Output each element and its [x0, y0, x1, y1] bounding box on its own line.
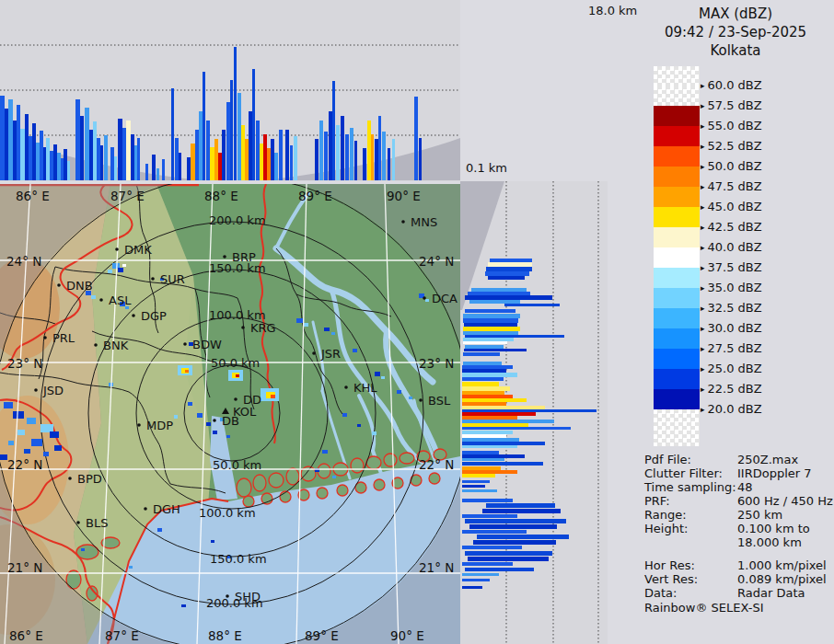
legend-title-block: MAX (dBZ) 09:42 / 23-Sep-2025 Kolkata: [622, 5, 834, 60]
echo-cell: [353, 349, 357, 352]
scale-tick-arrow-icon: ▸: [701, 202, 705, 212]
scale-tick-arrow-icon: ▸: [701, 101, 705, 110]
metadata-label: Pdf File:: [644, 453, 737, 466]
echo-column: [263, 134, 267, 180]
color-scale-label: ▸60.0 dBZ: [701, 78, 762, 92]
radar-station-name: Kolkata: [622, 41, 834, 60]
color-scale-band: [654, 328, 700, 349]
graticule-label: 88° E: [208, 628, 242, 643]
graticule-label: 86° E: [9, 628, 43, 643]
station-dot-icon: [241, 326, 245, 329]
echo-row: [463, 314, 520, 318]
scale-tick-arrow-icon: ▸: [701, 121, 705, 131]
echo-cell: [206, 422, 211, 426]
scale-value: 30.0 dBZ: [708, 321, 762, 335]
echo-row: [468, 557, 549, 561]
color-scale-label: ▸50.0 dBZ: [701, 159, 762, 173]
scale-tick-arrow-icon: ▸: [701, 162, 705, 171]
station-dot-icon: [401, 220, 405, 224]
scale-value: 50.0 dBZ: [708, 159, 762, 173]
color-scale-label: ▸32.5 dBZ: [701, 301, 762, 315]
scale-value: 22.5 dBZ: [708, 382, 762, 396]
echo-cell: [185, 370, 189, 373]
graticule-label: 89° E: [305, 628, 339, 643]
graticule-label: 90° E: [387, 189, 421, 203]
color-scale-band: [654, 268, 700, 288]
graticule-label: 88° E: [204, 189, 238, 203]
echo-row: [465, 335, 564, 338]
scale-value: 27.5 dBZ: [708, 341, 762, 355]
echo-column: [97, 138, 100, 180]
echo-row: [462, 365, 513, 369]
echo-row: [469, 300, 520, 304]
color-scale-band: [654, 227, 700, 247]
color-scale-band: [654, 66, 700, 86]
echo-row: [469, 524, 557, 529]
echo-column: [319, 121, 323, 180]
metadata-label: Range:: [644, 508, 737, 522]
echo-column: [290, 145, 293, 180]
echo-cell: [41, 424, 53, 432]
station-dot-icon: [223, 255, 226, 259]
metadata-value: 250Z.max: [737, 453, 798, 466]
echo-cell: [425, 299, 429, 302]
color-scale-band: [654, 167, 700, 187]
echo-column: [17, 105, 20, 180]
scale-tick-arrow-icon: ▸: [701, 385, 705, 394]
echo-column: [191, 144, 195, 180]
echo-column: [226, 102, 230, 180]
color-scale-band: [654, 389, 700, 409]
echo-cell: [304, 323, 308, 327]
echo-column: [324, 132, 328, 180]
product-title: MAX (dBZ): [622, 5, 834, 23]
echo-column: [131, 134, 134, 180]
echo-cell: [409, 397, 412, 399]
product-metadata: Pdf File:250Z.maxClutter Filter:IIRDoppl…: [644, 453, 834, 615]
echo-row: [462, 466, 501, 470]
echo-row: [462, 369, 506, 373]
color-scale-band: [654, 86, 700, 106]
station-dot-icon: [76, 521, 80, 524]
echo-row: [463, 341, 507, 344]
echo-column: [271, 139, 274, 180]
metadata-value: IIRDoppler 7: [737, 466, 812, 480]
ring-distance-label: 50.0 km: [211, 356, 260, 370]
top-height-profile-panel: [0, 0, 460, 181]
echo-row: [462, 499, 513, 502]
echo-column: [156, 168, 159, 180]
echo-column: [222, 130, 226, 180]
echo-column: [241, 125, 245, 180]
graticule-label: 21° N: [419, 560, 454, 575]
echo-cell: [188, 402, 192, 406]
echo-column: [53, 144, 57, 180]
graticule-label: 89° E: [298, 189, 332, 203]
scale-tick-arrow-icon: ▸: [701, 243, 705, 252]
echo-cell: [372, 431, 376, 435]
echo-cell: [296, 318, 303, 323]
station-dot-icon: [423, 296, 426, 300]
color-scale-band: [654, 126, 700, 146]
echo-column: [104, 135, 108, 180]
echo-column: [171, 88, 174, 180]
echo-column: [20, 129, 25, 180]
scale-value: 52.5 dBZ: [708, 139, 762, 153]
echo-column: [122, 128, 126, 180]
station-label: BRP: [232, 250, 256, 264]
echo-column: [162, 159, 165, 180]
echo-column: [85, 108, 89, 180]
metadata-value: 1.000 km/pixel: [737, 558, 827, 572]
echo-column: [29, 136, 32, 180]
echo-cell: [50, 431, 59, 438]
scale-value: 25.0 dBZ: [708, 362, 762, 375]
echo-column: [175, 138, 179, 180]
height-axis-min-label: 0.1 km: [466, 161, 507, 175]
echo-row: [462, 402, 506, 406]
color-scale-band: [654, 247, 700, 268]
scale-value: 47.5 dBZ: [708, 179, 762, 193]
echo-column: [43, 147, 46, 180]
software-signature: Rainbow® SELEX-SI: [644, 601, 834, 615]
color-scale-label: ▸25.0 dBZ: [701, 362, 762, 375]
echo-column: [195, 130, 199, 180]
graticule-label: 86° E: [16, 189, 50, 203]
echo-column: [350, 128, 353, 180]
